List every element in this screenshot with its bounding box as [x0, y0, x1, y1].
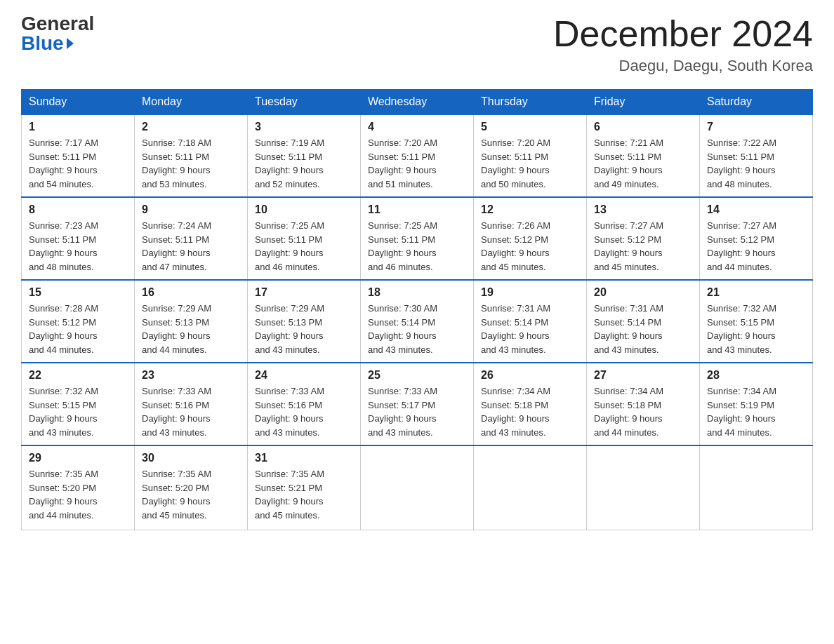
logo-general-text: General	[21, 14, 94, 34]
day-info: Sunrise: 7:34 AMSunset: 5:19 PMDaylight:…	[707, 386, 776, 438]
day-number: 13	[594, 203, 692, 216]
day-number: 2	[142, 121, 240, 133]
table-row: 15 Sunrise: 7:28 AMSunset: 5:12 PMDaylig…	[22, 280, 135, 363]
calendar-week-row: 22 Sunrise: 7:32 AMSunset: 5:15 PMDaylig…	[22, 363, 813, 445]
day-number: 19	[481, 286, 579, 299]
day-info: Sunrise: 7:35 AMSunset: 5:21 PMDaylight:…	[255, 469, 324, 521]
day-info: Sunrise: 7:31 AMSunset: 5:14 PMDaylight:…	[481, 303, 550, 355]
table-row: 31 Sunrise: 7:35 AMSunset: 5:21 PMDaylig…	[248, 445, 361, 530]
table-row: 10 Sunrise: 7:25 AMSunset: 5:11 PMDaylig…	[248, 197, 361, 280]
day-info: Sunrise: 7:29 AMSunset: 5:13 PMDaylight:…	[255, 303, 324, 355]
col-thursday: Thursday	[474, 90, 587, 115]
calendar-week-row: 8 Sunrise: 7:23 AMSunset: 5:11 PMDayligh…	[22, 197, 813, 280]
day-number: 15	[29, 286, 127, 299]
day-info: Sunrise: 7:22 AMSunset: 5:11 PMDaylight:…	[707, 137, 776, 189]
col-wednesday: Wednesday	[361, 90, 474, 115]
table-row: 7 Sunrise: 7:22 AMSunset: 5:11 PMDayligh…	[700, 114, 813, 197]
logo-blue-text: Blue	[21, 34, 74, 53]
col-saturday: Saturday	[700, 90, 813, 115]
day-info: Sunrise: 7:31 AMSunset: 5:14 PMDaylight:…	[594, 303, 663, 355]
table-row: 17 Sunrise: 7:29 AMSunset: 5:13 PMDaylig…	[248, 280, 361, 363]
day-info: Sunrise: 7:23 AMSunset: 5:11 PMDaylight:…	[29, 220, 98, 272]
table-row: 12 Sunrise: 7:26 AMSunset: 5:12 PMDaylig…	[474, 197, 587, 280]
day-info: Sunrise: 7:33 AMSunset: 5:17 PMDaylight:…	[368, 386, 437, 438]
day-number: 1	[29, 121, 127, 133]
day-info: Sunrise: 7:18 AMSunset: 5:11 PMDaylight:…	[142, 137, 211, 189]
day-number: 29	[29, 452, 127, 464]
day-info: Sunrise: 7:24 AMSunset: 5:11 PMDaylight:…	[142, 220, 211, 272]
table-row: 23 Sunrise: 7:33 AMSunset: 5:16 PMDaylig…	[135, 363, 248, 445]
day-number: 30	[142, 452, 240, 464]
day-number: 6	[594, 121, 692, 133]
day-info: Sunrise: 7:21 AMSunset: 5:11 PMDaylight:…	[594, 137, 663, 189]
day-number: 31	[255, 452, 353, 464]
day-number: 7	[707, 121, 805, 133]
col-sunday: Sunday	[22, 90, 135, 115]
day-number: 24	[255, 369, 353, 382]
day-number: 3	[255, 121, 353, 133]
day-number: 10	[255, 203, 353, 216]
page-header: General Blue December 2024 Daegu, Daegu,…	[21, 14, 813, 75]
table-row: 22 Sunrise: 7:32 AMSunset: 5:15 PMDaylig…	[22, 363, 135, 445]
day-info: Sunrise: 7:19 AMSunset: 5:11 PMDaylight:…	[255, 137, 324, 189]
day-number: 25	[368, 369, 466, 382]
day-number: 4	[368, 121, 466, 133]
day-number: 27	[594, 369, 692, 382]
table-row: 13 Sunrise: 7:27 AMSunset: 5:12 PMDaylig…	[587, 197, 700, 280]
day-info: Sunrise: 7:35 AMSunset: 5:20 PMDaylight:…	[29, 469, 98, 521]
table-row	[587, 445, 700, 530]
day-info: Sunrise: 7:33 AMSunset: 5:16 PMDaylight:…	[142, 386, 211, 438]
day-info: Sunrise: 7:26 AMSunset: 5:12 PMDaylight:…	[481, 220, 550, 272]
table-row: 19 Sunrise: 7:31 AMSunset: 5:14 PMDaylig…	[474, 280, 587, 363]
day-number: 22	[29, 369, 127, 382]
calendar-week-row: 1 Sunrise: 7:17 AMSunset: 5:11 PMDayligh…	[22, 114, 813, 197]
table-row: 16 Sunrise: 7:29 AMSunset: 5:13 PMDaylig…	[135, 280, 248, 363]
table-row: 14 Sunrise: 7:27 AMSunset: 5:12 PMDaylig…	[700, 197, 813, 280]
col-friday: Friday	[587, 90, 700, 115]
day-number: 14	[707, 203, 805, 216]
title-section: December 2024 Daegu, Daegu, South Korea	[553, 14, 813, 75]
logo-arrow-icon	[67, 38, 74, 49]
day-number: 5	[481, 121, 579, 133]
table-row: 29 Sunrise: 7:35 AMSunset: 5:20 PMDaylig…	[22, 445, 135, 530]
month-title: December 2024	[553, 14, 813, 54]
table-row: 6 Sunrise: 7:21 AMSunset: 5:11 PMDayligh…	[587, 114, 700, 197]
day-info: Sunrise: 7:25 AMSunset: 5:11 PMDaylight:…	[255, 220, 324, 272]
day-info: Sunrise: 7:35 AMSunset: 5:20 PMDaylight:…	[142, 469, 211, 521]
col-monday: Monday	[135, 90, 248, 115]
day-info: Sunrise: 7:34 AMSunset: 5:18 PMDaylight:…	[481, 386, 550, 438]
table-row: 25 Sunrise: 7:33 AMSunset: 5:17 PMDaylig…	[361, 363, 474, 445]
table-row: 30 Sunrise: 7:35 AMSunset: 5:20 PMDaylig…	[135, 445, 248, 530]
calendar-table: Sunday Monday Tuesday Wednesday Thursday…	[21, 89, 813, 530]
day-info: Sunrise: 7:32 AMSunset: 5:15 PMDaylight:…	[29, 386, 98, 438]
day-number: 20	[594, 286, 692, 299]
table-row	[700, 445, 813, 530]
table-row: 27 Sunrise: 7:34 AMSunset: 5:18 PMDaylig…	[587, 363, 700, 445]
day-number: 23	[142, 369, 240, 382]
day-number: 26	[481, 369, 579, 382]
day-info: Sunrise: 7:30 AMSunset: 5:14 PMDaylight:…	[368, 303, 437, 355]
day-info: Sunrise: 7:20 AMSunset: 5:11 PMDaylight:…	[368, 137, 437, 189]
table-row: 2 Sunrise: 7:18 AMSunset: 5:11 PMDayligh…	[135, 114, 248, 197]
table-row: 24 Sunrise: 7:33 AMSunset: 5:16 PMDaylig…	[248, 363, 361, 445]
day-number: 16	[142, 286, 240, 299]
table-row: 5 Sunrise: 7:20 AMSunset: 5:11 PMDayligh…	[474, 114, 587, 197]
day-info: Sunrise: 7:17 AMSunset: 5:11 PMDaylight:…	[29, 137, 98, 189]
calendar-week-row: 15 Sunrise: 7:28 AMSunset: 5:12 PMDaylig…	[22, 280, 813, 363]
table-row: 9 Sunrise: 7:24 AMSunset: 5:11 PMDayligh…	[135, 197, 248, 280]
day-info: Sunrise: 7:20 AMSunset: 5:11 PMDaylight:…	[481, 137, 550, 189]
table-row: 18 Sunrise: 7:30 AMSunset: 5:14 PMDaylig…	[361, 280, 474, 363]
day-number: 11	[368, 203, 466, 216]
table-row: 20 Sunrise: 7:31 AMSunset: 5:14 PMDaylig…	[587, 280, 700, 363]
table-row: 4 Sunrise: 7:20 AMSunset: 5:11 PMDayligh…	[361, 114, 474, 197]
table-row: 28 Sunrise: 7:34 AMSunset: 5:19 PMDaylig…	[700, 363, 813, 445]
location-label: Daegu, Daegu, South Korea	[553, 57, 813, 75]
day-number: 18	[368, 286, 466, 299]
day-info: Sunrise: 7:28 AMSunset: 5:12 PMDaylight:…	[29, 303, 98, 355]
table-row	[361, 445, 474, 530]
table-row: 11 Sunrise: 7:25 AMSunset: 5:11 PMDaylig…	[361, 197, 474, 280]
day-number: 8	[29, 203, 127, 216]
day-info: Sunrise: 7:25 AMSunset: 5:11 PMDaylight:…	[368, 220, 437, 272]
day-info: Sunrise: 7:34 AMSunset: 5:18 PMDaylight:…	[594, 386, 663, 438]
table-row: 1 Sunrise: 7:17 AMSunset: 5:11 PMDayligh…	[22, 114, 135, 197]
